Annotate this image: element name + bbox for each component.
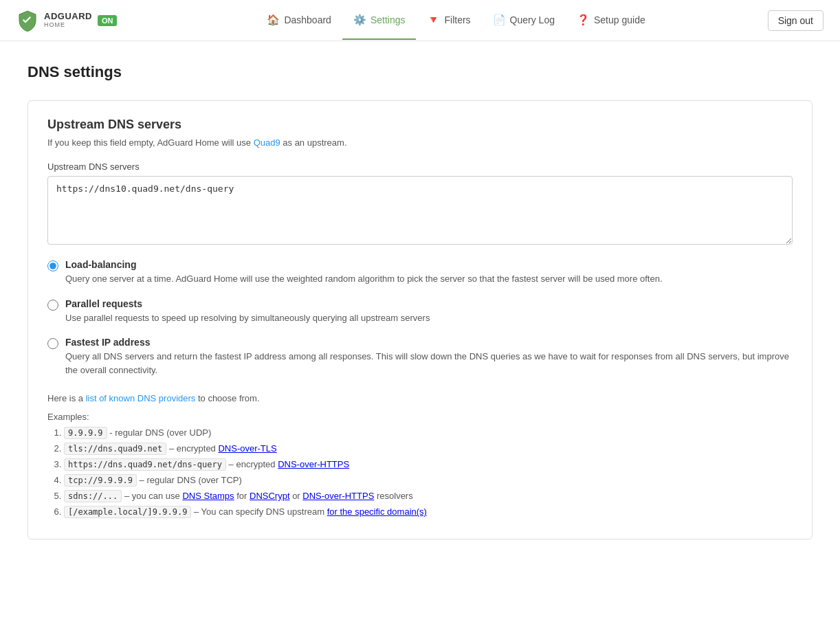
list-item: tls://dns.quad9.net – encrypted DNS-over…	[64, 443, 793, 454]
parallel-requests-desc: Use parallel requests to speed up resolv…	[65, 311, 430, 325]
dns-providers-intro: Here is a list of known DNS providers to…	[47, 393, 793, 403]
list-item: sdns://... – you can use DNS Stamps for …	[64, 491, 793, 501]
subtitle-text-after: as an upstream.	[280, 137, 347, 148]
examples-section: Here is a list of known DNS providers to…	[47, 393, 793, 517]
fastest-ip-option: Fastest IP address Query all DNS servers…	[47, 337, 793, 377]
home-icon: 🏠	[267, 14, 280, 26]
upstream-dns-card: Upstream DNS servers If you keep this fi…	[27, 100, 813, 539]
subtitle-text-before: If you keep this field empty, AdGuard Ho…	[47, 137, 254, 148]
gear-icon: ⚙️	[353, 14, 366, 26]
specific-domain-link[interactable]: for the specific domain(s)	[327, 506, 427, 517]
brand-sub: HOME	[44, 22, 92, 29]
fastest-ip-radio[interactable]	[47, 338, 58, 349]
nav-links: 🏠 Dashboard ⚙️ Settings 🔻 Filters 📄 Quer…	[144, 1, 767, 40]
parallel-requests-radio[interactable]	[47, 300, 58, 311]
load-balancing-desc: Query one server at a time. AdGuard Home…	[65, 272, 663, 286]
example-code: tcp://9.9.9.9	[64, 474, 137, 487]
parallel-requests-label: Parallel requests	[65, 298, 430, 309]
list-item: tcp://9.9.9.9 – regular DNS (over TCP)	[64, 475, 793, 485]
example-code: https://dns.quad9.net/dns-query	[64, 458, 226, 471]
sign-out-button[interactable]: Sign out	[768, 10, 824, 31]
fastest-ip-label: Fastest IP address	[65, 337, 793, 348]
nav-dashboard[interactable]: 🏠 Dashboard	[256, 1, 342, 40]
upstream-dns-textarea[interactable]: https://dns10.quad9.net/dns-query	[47, 176, 793, 245]
status-badge: ON	[98, 15, 118, 26]
quad9-link[interactable]: Quad9	[254, 137, 280, 148]
card-subtitle: If you keep this field empty, AdGuard Ho…	[47, 137, 793, 148]
help-icon: ❓	[577, 14, 590, 26]
examples-label: Examples:	[47, 412, 793, 422]
page-title: DNS settings	[27, 63, 813, 81]
list-item: https://dns.quad9.net/dns-query – encryp…	[64, 459, 793, 469]
brand: ADGUARD HOME ON	[16, 10, 117, 32]
dns-stamps-link[interactable]: DNS Stamps	[182, 491, 234, 501]
navbar: ADGUARD HOME ON 🏠 Dashboard ⚙️ Settings …	[0, 0, 840, 41]
card-title: Upstream DNS servers	[47, 118, 793, 132]
brand-name: ADGUARD	[44, 12, 92, 21]
brand-logo	[16, 10, 38, 32]
upstream-mode-group: Load-balancing Query one server at a tim…	[47, 259, 793, 377]
example-code: [/example.local/]9.9.9.9	[64, 506, 191, 518]
example-code: 9.9.9.9	[64, 427, 107, 439]
example-code: tls://dns.quad9.net	[64, 443, 166, 455]
dns-over-tls-link[interactable]: DNS-over-TLS	[218, 443, 276, 454]
nav-query-log[interactable]: 📄 Query Log	[482, 1, 566, 40]
parallel-requests-option: Parallel requests Use parallel requests …	[47, 298, 793, 325]
filter-icon: 🔻	[427, 14, 440, 26]
load-balancing-option: Load-balancing Query one server at a tim…	[47, 259, 793, 286]
nav-settings[interactable]: ⚙️ Settings	[342, 1, 417, 40]
main-content: DNS settings Upstream DNS servers If you…	[0, 41, 840, 561]
dns-servers-label: Upstream DNS servers	[47, 161, 793, 172]
log-icon: 📄	[493, 14, 506, 26]
fastest-ip-desc: Query all DNS servers and return the fas…	[65, 350, 793, 377]
dns-over-https-link-2[interactable]: DNS-over-HTTPS	[302, 491, 374, 501]
list-item: 9.9.9.9 - regular DNS (over UDP)	[64, 427, 793, 438]
dns-over-https-link-1[interactable]: DNS-over-HTTPS	[278, 459, 349, 469]
example-code: sdns://...	[64, 490, 122, 502]
nav-filters[interactable]: 🔻 Filters	[416, 1, 481, 40]
dns-providers-link[interactable]: list of known DNS providers	[86, 393, 196, 403]
nav-setup-guide[interactable]: ❓ Setup guide	[566, 1, 656, 40]
dnscrypt-link[interactable]: DNSCrypt	[250, 491, 290, 501]
list-item: [/example.local/]9.9.9.9 – You can speci…	[64, 506, 793, 517]
load-balancing-radio[interactable]	[47, 260, 58, 271]
load-balancing-label: Load-balancing	[65, 259, 663, 270]
